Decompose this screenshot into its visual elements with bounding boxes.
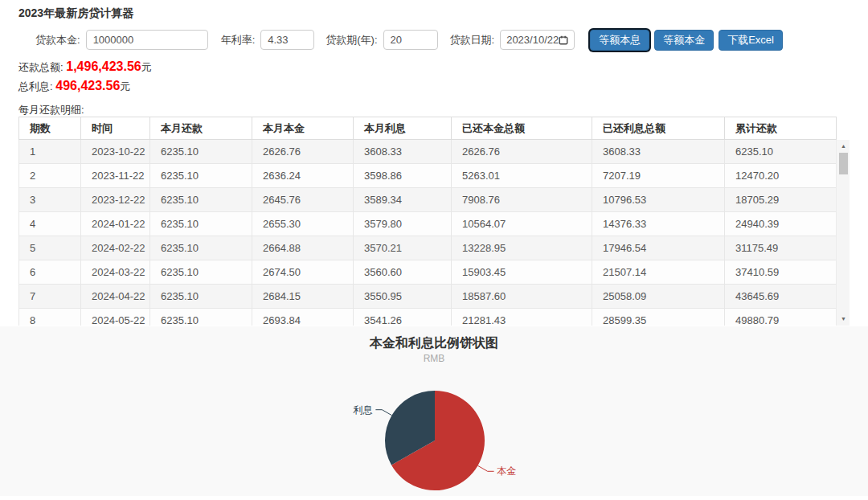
table-cell: 3608.33: [592, 140, 725, 164]
table-cell: 6235.10: [150, 260, 252, 285]
principal-input[interactable]: [86, 30, 208, 50]
calendar-icon[interactable]: [559, 35, 568, 45]
header-cell-payment: 本月还款: [150, 117, 252, 140]
date-value: 2023/10/22: [506, 34, 559, 46]
table-cell: 6235.10: [150, 285, 252, 309]
table-row: 12023-10-226235.102626.763608.332626.763…: [19, 140, 837, 164]
table-cell: 3608.33: [354, 140, 452, 164]
table-cell: 2626.76: [452, 140, 592, 164]
table-cell: 2655.30: [252, 212, 354, 236]
table-cell: 2024-03-22: [81, 260, 150, 285]
rate-input[interactable]: [260, 30, 314, 50]
table-cell: 2023-10-22: [81, 140, 150, 164]
table-row: 62024-03-226235.102674.503560.6015903.45…: [19, 260, 837, 285]
table-cell: 15903.45: [452, 260, 592, 285]
table-cell: 6235.10: [150, 212, 252, 236]
table-cell: 6235.10: [150, 236, 252, 260]
table-cell: 13228.95: [452, 236, 592, 260]
total-repayment-label: 还款总额:: [18, 61, 63, 73]
total-interest-unit: 元: [120, 80, 130, 92]
table-cell: 2626.76: [252, 140, 354, 164]
header-cell-date: 时间: [81, 117, 150, 140]
table-cell: 2023-11-22: [81, 164, 150, 188]
download-excel-button[interactable]: 下载Excel: [719, 30, 783, 51]
table-cell: 3560.60: [354, 260, 452, 285]
header-cell-principal: 本月本金: [252, 117, 354, 140]
table-cell: 8: [19, 309, 81, 326]
equal-installment-button[interactable]: 等额本息: [590, 30, 649, 51]
table-cell: 31175.49: [725, 236, 837, 260]
loan-form: 贷款本金: 年利率: 贷款期(年): 贷款日期: 2023/10/22 等额本息…: [35, 29, 788, 51]
scroll-down-icon[interactable]: ▼: [837, 314, 850, 324]
equal-principal-button[interactable]: 等额本金: [654, 30, 714, 51]
years-label: 贷款期(年):: [326, 33, 377, 47]
table-cell: 24940.39: [725, 212, 837, 236]
table-cell: 10796.53: [592, 188, 725, 212]
table-cell: 2674.50: [252, 260, 354, 285]
table-scrollbar[interactable]: ▲ ▼: [836, 140, 850, 326]
table-cell: 6235.10: [150, 140, 252, 164]
rate-label: 年利率:: [221, 33, 256, 47]
table-row: 42024-01-226235.102655.303579.8010564.07…: [19, 212, 837, 236]
table-cell: 10564.07: [452, 212, 592, 236]
table-cell: 2: [19, 164, 81, 188]
years-input[interactable]: [383, 30, 438, 50]
header-cell-interest: 本月利息: [354, 117, 452, 140]
table-cell: 3541.26: [354, 309, 452, 326]
pie-label-line-利息: [375, 410, 391, 416]
table-cell: 49880.79: [725, 309, 837, 326]
date-input[interactable]: 2023/10/22: [500, 30, 575, 50]
table-cell: 18587.60: [452, 285, 592, 309]
table-cell: 18705.29: [725, 188, 837, 212]
total-repayment-unit: 元: [141, 61, 152, 73]
table-cell: 2684.15: [252, 285, 354, 309]
table-cell: 5: [19, 236, 81, 260]
table-cell: 2664.88: [252, 236, 354, 260]
total-interest-value: 496,423.56: [55, 79, 120, 92]
table-header-row: 期数 时间 本月还款 本月本金 本月利息 已还本金总额 已还利息总额 累计还款: [19, 117, 837, 140]
table-cell: 2024-02-22: [81, 236, 150, 260]
total-interest-label: 总利息:: [18, 80, 53, 92]
table-cell: 3579.80: [354, 212, 452, 236]
table-cell: 2645.76: [252, 188, 354, 212]
header-cell-period: 期数: [19, 117, 81, 140]
table-cell: 14376.33: [592, 212, 725, 236]
table-cell: 3550.95: [354, 285, 452, 309]
header-cell-interest-paid: 已还利息总额: [592, 117, 725, 140]
table-row: 72024-04-226235.102684.153550.9518587.60…: [19, 285, 837, 309]
table-cell: 6235.10: [150, 164, 252, 188]
table-cell: 7: [19, 285, 81, 309]
table-cell: 6235.10: [725, 140, 837, 164]
table-cell: 4: [19, 212, 81, 236]
table-cell: 12470.20: [725, 164, 837, 188]
table-cell: 37410.59: [725, 260, 837, 285]
table-cell: 7908.76: [452, 188, 592, 212]
table-cell: 2024-04-22: [81, 285, 150, 309]
table-row: 22023-11-226235.102636.243598.865263.017…: [19, 164, 837, 188]
chart-subtitle: RMB: [0, 353, 868, 364]
table-cell: 2636.24: [252, 164, 354, 188]
table-row: 52024-02-226235.102664.883570.2113228.95…: [19, 236, 837, 260]
table-cell: 6235.10: [150, 309, 252, 326]
scroll-thumb[interactable]: [839, 153, 848, 174]
scroll-up-icon[interactable]: ▲: [837, 141, 850, 151]
table-cell: 43645.69: [725, 285, 837, 309]
repayment-table: 期数 时间 本月还款 本月本金 本月利息 已还本金总额 已还利息总额 累计还款 …: [18, 117, 837, 326]
pie-label-利息: 利息: [352, 404, 372, 416]
principal-label: 贷款本金:: [35, 33, 80, 47]
date-label: 贷款日期:: [450, 33, 495, 47]
table-cell: 2023-12-22: [81, 188, 150, 212]
table-cell: 3: [19, 188, 81, 212]
table-cell: 28599.35: [592, 309, 725, 326]
table-cell: 6235.10: [150, 188, 252, 212]
table-cell: 17946.54: [592, 236, 725, 260]
total-repayment-line: 还款总额: 1,496,423.56元: [18, 59, 152, 75]
page-title: 2023年最新房贷计算器: [18, 6, 133, 21]
table-cell: 5263.01: [452, 164, 592, 188]
pie-label-本金: 本金: [497, 465, 517, 477]
table-cell: 1: [19, 140, 81, 164]
table-cell: 2693.84: [252, 309, 354, 326]
repayment-table-area: 期数 时间 本月还款 本月本金 本月利息 已还本金总额 已还利息总额 累计还款 …: [18, 117, 850, 326]
table-cell: 3589.34: [354, 188, 452, 212]
table-cell: 6: [19, 260, 81, 285]
